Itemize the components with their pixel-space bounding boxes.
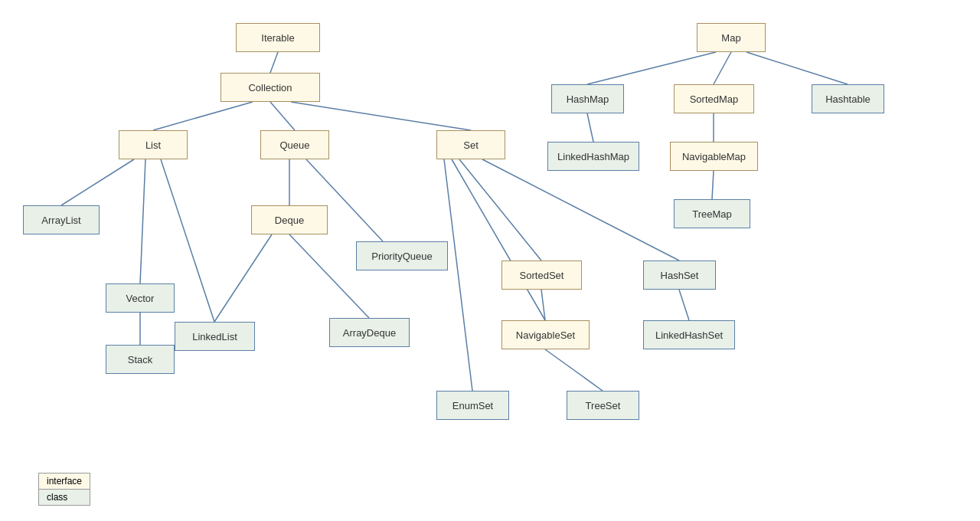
diagram-container: IterableCollectionListQueueSetArrayListV… [0,0,980,521]
node-navigablemap: NavigableMap [670,142,758,171]
node-arraydeque: ArrayDeque [329,318,410,347]
node-enumset: EnumSet [436,391,509,420]
node-linkedlist: LinkedList [175,322,255,351]
node-set: Set [436,130,505,159]
node-iterable: Iterable [236,23,320,52]
svg-line-13 [482,159,679,260]
node-hashtable: Hashtable [812,84,884,113]
svg-line-17 [545,349,603,391]
svg-line-18 [679,290,689,320]
svg-line-3 [291,102,471,130]
svg-line-20 [714,52,731,84]
svg-line-10 [214,234,272,322]
node-hashmap: HashMap [551,84,624,113]
node-linkedhashset: LinkedHashSet [643,320,735,349]
node-sortedset: SortedSet [501,260,582,290]
svg-line-1 [153,102,253,130]
node-priorityqueue: PriorityQueue [356,241,448,270]
connections-svg [0,0,980,521]
node-hashset: HashSet [643,260,716,290]
node-navigableset: NavigableSet [501,320,590,349]
node-queue: Queue [260,130,329,159]
node-stack: Stack [106,345,175,374]
node-deque: Deque [251,205,328,234]
svg-line-22 [587,113,593,142]
legend-interface: interface [39,473,90,490]
node-vector: Vector [106,283,175,313]
legend: interface class [38,473,90,506]
svg-line-2 [270,102,295,130]
node-treeset: TreeSet [567,391,639,420]
node-arraylist: ArrayList [23,205,100,234]
svg-line-14 [444,159,472,391]
node-list: List [119,130,188,159]
node-treemap: TreeMap [674,199,750,228]
node-linkedhashmap: LinkedHashMap [547,142,639,171]
node-collection: Collection [220,73,320,102]
node-map: Map [697,23,766,52]
legend-class: class [39,490,90,505]
svg-line-4 [61,159,134,205]
node-sortedmap: SortedMap [674,84,754,113]
svg-line-5 [140,159,145,283]
svg-line-19 [587,52,716,84]
svg-line-21 [746,52,848,84]
svg-line-12 [459,159,541,260]
svg-line-0 [270,52,278,73]
svg-line-15 [452,159,545,320]
svg-line-24 [712,171,714,199]
